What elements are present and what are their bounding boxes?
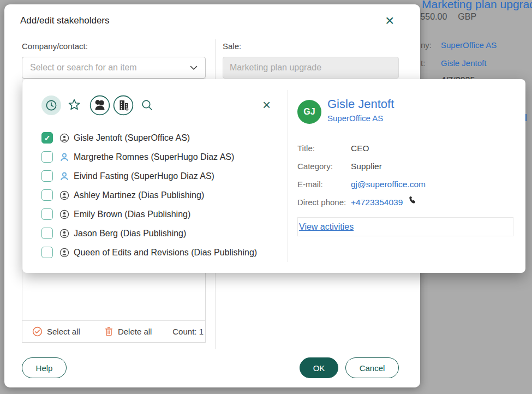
background-company-row: ny: bbox=[421, 40, 432, 50]
row-checkbox[interactable] bbox=[41, 189, 53, 201]
detail-field-row: Category: Supplier bbox=[297, 157, 516, 175]
list-box-toolbar: Select all Delete all Count: 1 bbox=[22, 320, 205, 342]
check-circle-icon bbox=[32, 326, 43, 337]
contact-picker-popup: × Gisle Jentoft (SuperOffice AS) Margret… bbox=[22, 79, 525, 273]
favorites-star-icon[interactable] bbox=[67, 98, 81, 112]
contact-type-icon bbox=[59, 171, 69, 181]
companies-icon[interactable] bbox=[113, 95, 134, 116]
popup-close-icon[interactable]: × bbox=[260, 95, 273, 114]
contact-label: Ashley Martinez (Dias Publishing) bbox=[74, 190, 204, 200]
field-label: E-mail: bbox=[297, 180, 351, 189]
count-label: Count: 1 bbox=[172, 327, 204, 336]
detail-company-link[interactable]: SuperOffice AS bbox=[327, 114, 383, 123]
company-label-fragment: ny: bbox=[421, 40, 432, 50]
field-label: Title: bbox=[297, 144, 351, 153]
trash-icon bbox=[104, 326, 113, 337]
cancel-button[interactable]: Cancel bbox=[345, 357, 399, 378]
contact-list: Gisle Jentoft (SuperOffice AS) Margrethe… bbox=[22, 128, 288, 262]
currency-code: GBP bbox=[458, 12, 476, 22]
delete-all-label: Delete all bbox=[118, 327, 152, 336]
recent-history-icon[interactable] bbox=[41, 95, 61, 115]
contact-type-icon bbox=[59, 229, 69, 238]
contact-type-icon bbox=[59, 210, 69, 219]
contact-type-icon bbox=[59, 248, 69, 258]
row-checkbox[interactable] bbox=[41, 151, 53, 163]
select-all-label: Select all bbox=[47, 327, 80, 336]
background-sale-amount: 6,550.00 GBP bbox=[413, 12, 476, 22]
contacts-icon[interactable] bbox=[89, 95, 110, 116]
avatar: GJ bbox=[297, 100, 321, 124]
detail-field-row: Title: CEO bbox=[297, 139, 516, 157]
popup-divider bbox=[288, 90, 288, 262]
detail-field-row: E-mail: gj@superoffice.com bbox=[297, 175, 516, 193]
list-item[interactable]: Gisle Jentoft (SuperOffice AS) bbox=[22, 128, 288, 147]
sale-label: Sale: bbox=[223, 41, 241, 51]
list-item[interactable]: Queen of Edits and Revisions (Dias Publi… bbox=[22, 243, 288, 262]
contact-type-icon bbox=[59, 152, 69, 162]
phone-icon[interactable] bbox=[408, 196, 416, 205]
list-item[interactable]: Margrethe Romnes (SuperHugo Diaz AS) bbox=[22, 147, 288, 166]
contact-label: Margrethe Romnes (SuperHugo Diaz AS) bbox=[74, 152, 234, 162]
dialog-title: Add/edit stakeholders bbox=[20, 15, 110, 26]
background-contact-link[interactable]: Gisle Jentoft bbox=[441, 58, 486, 68]
help-button[interactable]: Help bbox=[22, 357, 67, 378]
contact-label: Eivind Fasting (SuperHugo Diaz AS) bbox=[74, 171, 214, 181]
company-contact-label: Company/contact: bbox=[22, 41, 88, 51]
view-activities-link[interactable]: View activities bbox=[299, 222, 354, 232]
delete-all-button[interactable]: Delete all bbox=[104, 326, 152, 337]
contact-type-icon bbox=[59, 133, 69, 143]
detail-person-name: Gisle Jentoft bbox=[327, 97, 394, 111]
search-icon[interactable] bbox=[141, 99, 154, 112]
contact-label: Gisle Jentoft (SuperOffice AS) bbox=[74, 133, 190, 143]
list-item[interactable]: Eivind Fasting (SuperHugo Diaz AS) bbox=[22, 166, 288, 186]
contact-label: Queen of Edits and Revisions (Dias Publi… bbox=[74, 248, 257, 258]
row-checkbox[interactable] bbox=[41, 228, 53, 239]
ok-button[interactable]: OK bbox=[300, 357, 338, 378]
list-item[interactable]: Emily Brown (Dias Publishing) bbox=[22, 205, 288, 224]
contact-label: Emily Brown (Dias Publishing) bbox=[74, 210, 190, 219]
contact-label-fragment: t: bbox=[421, 58, 425, 68]
field-value: +4723354039 bbox=[351, 198, 403, 207]
field-value: CEO bbox=[351, 144, 369, 153]
row-checkbox[interactable] bbox=[41, 170, 53, 182]
sale-input bbox=[223, 57, 399, 79]
chevron-down-icon[interactable] bbox=[190, 65, 198, 70]
field-value: Supplier bbox=[351, 162, 382, 171]
detail-field-row: Direct phone: +4723354039 bbox=[297, 193, 516, 211]
select-all-button[interactable]: Select all bbox=[32, 326, 80, 337]
company-contact-combobox[interactable] bbox=[22, 57, 206, 79]
row-checkbox[interactable] bbox=[41, 247, 53, 258]
background-contact-row: t: bbox=[421, 58, 425, 68]
field-label: Direct phone: bbox=[297, 198, 351, 207]
field-value: gj@superoffice.com bbox=[351, 180, 426, 189]
detail-fields: Title: CEO Category: Supplier E-mail: gj… bbox=[297, 139, 516, 211]
list-item[interactable]: Ashley Martinez (Dias Publishing) bbox=[22, 186, 288, 205]
combobox-input[interactable] bbox=[29, 62, 190, 73]
row-checkbox[interactable] bbox=[41, 208, 53, 220]
view-activities-box: View activities bbox=[297, 217, 513, 236]
row-checkbox[interactable] bbox=[41, 132, 53, 144]
background-sale-title: Marketing plan upgrade bbox=[422, 0, 532, 11]
contact-label: Jason Berg (Dias Publishing) bbox=[74, 229, 186, 238]
field-label: Category: bbox=[297, 162, 351, 171]
contact-type-icon bbox=[59, 190, 69, 200]
dialog-close-icon[interactable]: × bbox=[383, 11, 396, 31]
list-item[interactable]: Jason Berg (Dias Publishing) bbox=[22, 224, 288, 243]
background-company-link[interactable]: SuperOffice AS bbox=[441, 40, 497, 50]
